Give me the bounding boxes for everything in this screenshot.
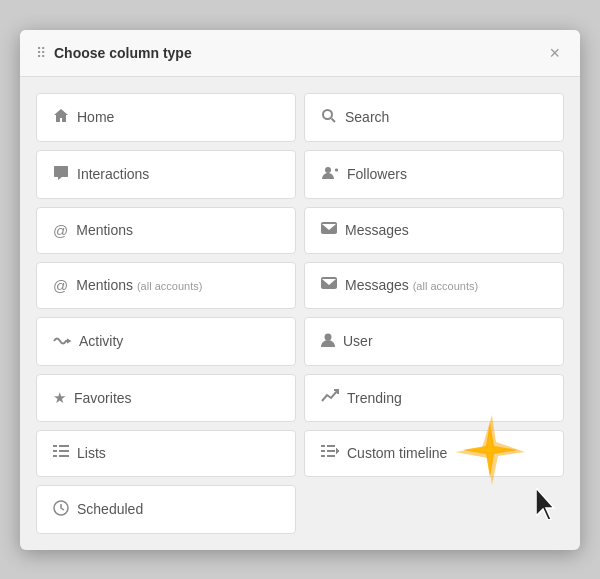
close-button[interactable]: × [545,42,564,64]
svg-rect-9 [59,450,69,452]
dialog-title-area: ⠿ Choose column type [36,45,192,61]
activity-label: Activity [79,333,123,349]
favorites-button[interactable]: ★ Favorites [36,374,296,422]
svg-rect-11 [59,455,69,457]
scheduled-label: Scheduled [77,501,143,517]
drag-icon: ⠿ [36,45,46,61]
mentions-all-icon: @ [53,277,68,294]
svg-rect-15 [327,450,335,452]
svg-point-5 [325,333,332,340]
svg-rect-12 [321,445,325,447]
interactions-label: Interactions [77,166,149,182]
favorites-icon: ★ [53,389,66,407]
activity-icon [53,333,71,350]
custom-timeline-label: Custom timeline [347,445,447,461]
svg-rect-10 [53,455,57,457]
followers-icon [321,165,339,184]
trending-icon [321,389,339,406]
messages-all-label: Messages (all accounts) [345,277,478,293]
svg-rect-13 [327,445,335,447]
svg-rect-8 [53,450,57,452]
activity-button[interactable]: Activity [36,317,296,366]
svg-rect-14 [321,450,325,452]
interactions-button[interactable]: Interactions [36,150,296,199]
dialog-title: Choose column type [54,45,192,61]
user-label: User [343,333,373,349]
messages-button[interactable]: Messages [304,207,564,254]
svg-rect-6 [53,445,57,447]
mentions-label: Mentions [76,222,133,238]
svg-line-1 [332,118,336,122]
search-label: Search [345,109,389,125]
trending-button[interactable]: Trending [304,374,564,422]
mentions-all-button[interactable]: @ Mentions (all accounts) [36,262,296,309]
scheduled-button[interactable]: Scheduled [36,485,296,534]
mentions-all-label: Mentions (all accounts) [76,277,202,293]
search-icon [321,108,337,127]
svg-rect-7 [59,445,69,447]
mentions-button[interactable]: @ Mentions [36,207,296,254]
custom-timeline-button[interactable]: Custom timeline [304,430,564,477]
lists-button[interactable]: Lists [36,430,296,477]
home-icon [53,108,69,127]
svg-rect-17 [327,455,335,457]
choose-column-dialog: ⠿ Choose column type × Home Search [20,30,580,550]
dialog-header: ⠿ Choose column type × [20,30,580,77]
trending-label: Trending [347,390,402,406]
home-button[interactable]: Home [36,93,296,142]
search-button[interactable]: Search [304,93,564,142]
mentions-icon: @ [53,222,68,239]
followers-button[interactable]: Followers [304,150,564,199]
user-icon [321,332,335,351]
messages-icon [321,222,337,239]
user-button[interactable]: User [304,317,564,366]
messages-label: Messages [345,222,409,238]
home-label: Home [77,109,114,125]
messages-all-button[interactable]: Messages (all accounts) [304,262,564,309]
dialog-body: Home Search Interactions Followers [20,77,580,550]
svg-point-0 [323,110,332,119]
custom-timeline-icon [321,445,339,462]
favorites-label: Favorites [74,390,132,406]
interactions-icon [53,165,69,184]
lists-label: Lists [77,445,106,461]
lists-icon [53,445,69,462]
svg-point-2 [325,167,331,173]
messages-all-icon [321,277,337,294]
svg-rect-16 [321,455,325,457]
followers-label: Followers [347,166,407,182]
scheduled-icon [53,500,69,519]
column-type-grid: Home Search Interactions Followers [36,93,564,534]
